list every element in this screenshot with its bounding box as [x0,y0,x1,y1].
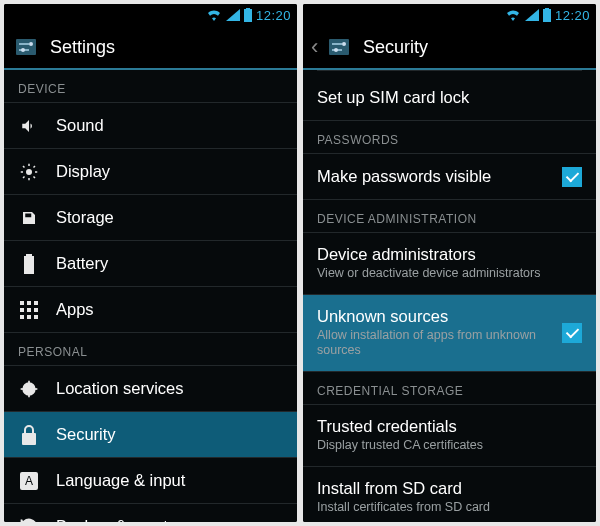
svg-rect-35 [329,39,349,55]
svg-point-3 [29,42,33,46]
wifi-icon [505,9,521,21]
row-title: Trusted credentials [317,417,582,436]
sidebar-item-battery[interactable]: Battery [4,241,297,287]
security-screen: 12:20 ‹ Security Set up SIM card lockPAS… [303,4,596,522]
svg-line-11 [34,176,36,178]
svg-line-12 [23,176,25,178]
section-header: CREDENTIAL STORAGE [303,372,596,405]
sound-icon [18,117,40,135]
svg-text:A: A [25,474,33,488]
checkbox[interactable] [562,167,582,187]
settings-list[interactable]: DEVICESoundDisplayStorageBatteryAppsPERS… [4,70,297,522]
section-header: PASSWORDS [303,121,596,154]
row-title: Device administrators [317,245,582,264]
apps-icon [18,301,40,319]
clock: 12:20 [256,8,291,23]
sidebar-item-backup[interactable]: Backup & reset [4,504,297,522]
sidebar-item-storage[interactable]: Storage [4,195,297,241]
row-title: Install from SD card [317,479,582,498]
svg-rect-20 [20,308,24,312]
svg-rect-22 [34,308,38,312]
row-label: Location services [56,379,183,398]
wifi-icon [206,9,222,21]
svg-rect-15 [26,254,32,256]
svg-line-10 [23,166,25,168]
storage-icon [18,209,40,227]
battery-icon [18,254,40,274]
svg-rect-1 [19,43,29,45]
settings-app-icon [12,33,40,61]
location-icon [18,379,40,399]
svg-rect-0 [16,39,36,55]
section-header: PERSONAL [4,333,297,366]
section-header: DEVICE [4,70,297,103]
svg-point-27 [27,387,30,390]
row-title: Set up SIM card lock [317,88,582,107]
row-label: Language & input [56,471,185,490]
status-bar: 12:20 [4,4,297,26]
security-list[interactable]: Set up SIM card lockPASSWORDSMake passwo… [303,70,596,522]
svg-point-5 [26,169,32,175]
row-subtitle: Allow installation of apps from unknown … [317,328,562,359]
row-label: Backup & reset [56,517,168,522]
svg-rect-23 [20,315,24,319]
row-subtitle: View or deactivate device administrators [317,266,582,282]
sidebar-item-display[interactable]: Display [4,149,297,195]
svg-point-38 [342,42,346,46]
svg-rect-32 [22,433,36,445]
row-install-sd[interactable]: Install from SD cardInstall certificates… [303,467,596,523]
svg-point-39 [334,48,338,52]
back-icon[interactable]: ‹ [311,34,321,60]
row-subtitle: Install certificates from SD card [317,500,582,516]
row-pwd-visible[interactable]: Make passwords visible [303,154,596,200]
app-bar: ‹ Security [303,26,596,70]
battery-icon [543,8,551,22]
row-title: Unknown sources [317,307,562,326]
display-icon [18,163,40,181]
row-label: Apps [56,300,94,319]
row-sim-lock[interactable]: Set up SIM card lock [303,75,596,121]
row-label: Battery [56,254,108,273]
section-header: DEVICE ADMINISTRATION [303,200,596,233]
svg-rect-17 [20,301,24,305]
svg-line-13 [34,166,36,168]
signal-icon [525,9,539,21]
svg-rect-18 [27,301,31,305]
row-label: Display [56,162,110,181]
svg-rect-25 [34,315,38,319]
svg-rect-24 [27,315,31,319]
sidebar-item-security[interactable]: Security [4,412,297,458]
sidebar-item-sound[interactable]: Sound [4,103,297,149]
app-bar-title: Settings [50,37,115,58]
checkbox[interactable] [562,323,582,343]
row-device-admins[interactable]: Device administratorsView or deactivate … [303,233,596,295]
status-bar: 12:20 [303,4,596,26]
app-bar: Settings [4,26,297,70]
settings-app-icon[interactable] [325,33,353,61]
security-icon [18,425,40,445]
row-title: Make passwords visible [317,167,562,186]
app-bar-title: Security [363,37,428,58]
sidebar-item-language[interactable]: ALanguage & input [4,458,297,504]
row-trusted-creds[interactable]: Trusted credentialsDisplay trusted CA ce… [303,405,596,467]
svg-rect-14 [25,213,31,217]
row-subtitle: Display trusted CA certificates [317,438,582,454]
clock: 12:20 [555,8,590,23]
battery-icon [244,8,252,22]
svg-rect-21 [27,308,31,312]
svg-rect-16 [24,256,34,274]
signal-icon [226,9,240,21]
row-unknown-sources[interactable]: Unknown sourcesAllow installation of app… [303,295,596,372]
settings-screen: 12:20 Settings DEVICESoundDisplayStorage… [4,4,297,522]
backup-icon [18,517,40,523]
svg-rect-36 [332,43,342,45]
row-label: Storage [56,208,114,227]
row-label: Sound [56,116,104,135]
svg-point-4 [21,48,25,52]
language-icon: A [18,472,40,490]
svg-rect-19 [34,301,38,305]
row-label: Security [56,425,116,444]
sidebar-item-apps[interactable]: Apps [4,287,297,333]
sidebar-item-location[interactable]: Location services [4,366,297,412]
